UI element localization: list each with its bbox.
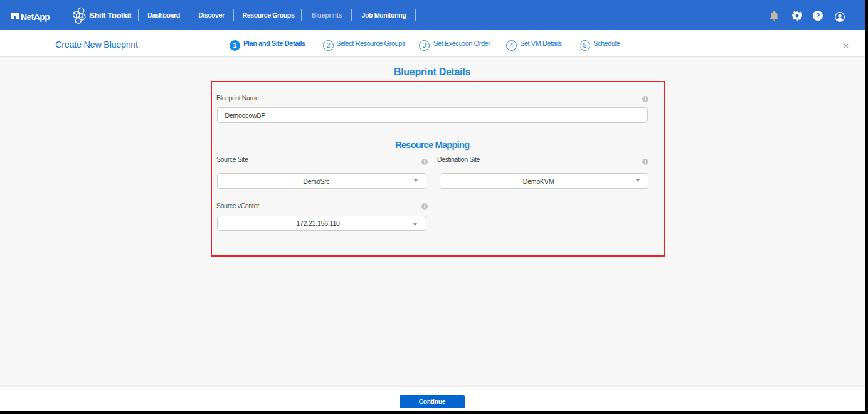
svg-text:?: ? xyxy=(816,12,820,19)
